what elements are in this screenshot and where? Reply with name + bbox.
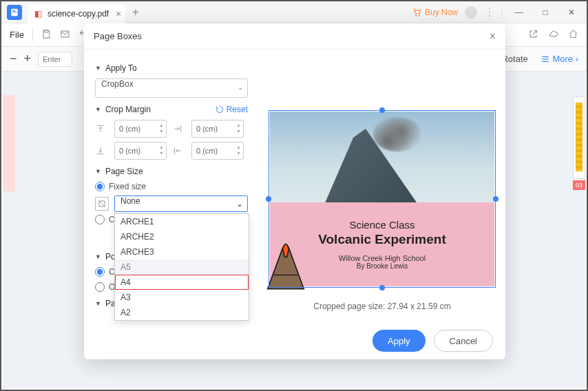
page-input[interactable] xyxy=(38,52,72,67)
fixed-size-select[interactable]: None⌄ xyxy=(114,196,248,212)
svg-rect-2 xyxy=(12,11,17,12)
page-boxes-dialog: Page Boxes × ▼Apply To CropBox⌄ ▼ Crop M… xyxy=(84,23,505,359)
mail-icon[interactable] xyxy=(60,29,70,41)
fixed-size-radio[interactable]: Fixed size xyxy=(95,182,248,191)
cropped-size-info: Cropped page size: 27.94 x 21.59 cm xyxy=(269,302,496,311)
page-size-label: Page Size xyxy=(105,167,143,176)
reset-button[interactable]: Reset xyxy=(216,105,248,114)
file-menu[interactable]: File xyxy=(10,30,24,40)
cancel-button[interactable]: Cancel xyxy=(434,330,493,352)
apply-to-select[interactable]: CropBox⌄ xyxy=(95,78,248,98)
more-button[interactable]: More › xyxy=(540,54,578,65)
dialog-close-button[interactable]: × xyxy=(490,30,496,43)
close-button[interactable]: ✕ xyxy=(562,3,581,22)
margin-left-icon xyxy=(172,145,183,156)
margin-top-icon xyxy=(95,123,106,134)
menu-dots-icon[interactable]: ⋮ xyxy=(484,6,495,19)
dropdown-option[interactable]: A3 xyxy=(115,290,249,305)
dropdown-option[interactable]: ARCHE2 xyxy=(115,229,249,244)
dropdown-option[interactable]: A2 xyxy=(115,305,249,320)
minimize-button[interactable]: — xyxy=(510,3,529,22)
maximize-button[interactable]: □ xyxy=(536,3,555,22)
save-icon[interactable] xyxy=(41,29,52,41)
dropdown-option[interactable]: A1 xyxy=(115,320,249,321)
preview-panel: Science Class Volcanic Experiment Willow… xyxy=(259,50,505,322)
margin-right-input[interactable]: 0 (cm)▲▼ xyxy=(191,120,244,138)
pdf-icon: ◧ xyxy=(34,9,42,19)
app-logo xyxy=(7,5,22,20)
svg-line-17 xyxy=(99,201,105,207)
external-icon[interactable] xyxy=(528,29,538,41)
dialog-title: Page Boxes xyxy=(94,31,142,41)
margin-left-input[interactable]: 0 (cm)▲▼ xyxy=(191,142,244,160)
dropdown-option[interactable]: ARCHE1 xyxy=(115,214,249,229)
margin-top-input[interactable]: 0 (cm)▲▼ xyxy=(114,120,167,138)
tab-label: science-copy.pdf xyxy=(48,9,109,19)
apply-button[interactable]: Apply xyxy=(372,330,426,352)
cloud-icon[interactable] xyxy=(548,29,558,41)
svg-point-3 xyxy=(416,15,417,16)
settings-panel: ▼Apply To CropBox⌄ ▼ Crop Margin Reset 0… xyxy=(84,50,259,322)
margin-right-icon xyxy=(172,123,183,134)
crop-handle-bottom[interactable] xyxy=(379,285,385,290)
page-peek-right xyxy=(573,96,585,179)
apply-to-label: Apply To xyxy=(105,63,137,73)
new-tab-button[interactable]: + xyxy=(132,6,138,19)
home-icon[interactable] xyxy=(568,29,578,41)
margin-bottom-input[interactable]: 0 (cm)▲▼ xyxy=(114,142,167,160)
zoom-out-button[interactable]: − xyxy=(10,52,17,66)
svg-rect-5 xyxy=(45,30,48,32)
page-number-badge: 03 xyxy=(573,180,585,190)
crop-handle-left[interactable] xyxy=(266,196,271,202)
preview-box[interactable]: Science Class Volcanic Experiment Willow… xyxy=(269,110,496,288)
document-tab[interactable]: ◧ science-copy.pdf × xyxy=(28,4,125,23)
dropdown-option[interactable]: A5 xyxy=(115,260,249,275)
crop-handle-top[interactable] xyxy=(379,107,385,113)
page-orient-icon[interactable] xyxy=(95,197,109,211)
svg-point-4 xyxy=(419,15,419,16)
dropdown-option[interactable]: ARCHE3 xyxy=(115,244,249,260)
dropdown-option-highlighted[interactable]: A4 xyxy=(115,275,249,290)
zoom-in-button[interactable]: + xyxy=(24,52,32,66)
page-peek-left xyxy=(3,95,15,191)
fixed-size-dropdown: ARCHE1 ARCHE2 ARCHE3 A5 A4 A3 A2 A1 xyxy=(114,213,249,321)
svg-rect-1 xyxy=(12,10,15,10)
user-avatar[interactable] xyxy=(465,6,477,19)
title-bar: ◧ science-copy.pdf × + Buy Now ⋮ — □ ✕ xyxy=(1,1,587,23)
margin-bottom-icon xyxy=(95,145,106,156)
buy-now-link[interactable]: Buy Now xyxy=(412,8,458,17)
crop-margin-label: Crop Margin xyxy=(105,105,151,114)
tab-close-icon[interactable]: × xyxy=(116,8,121,19)
crop-handle-right[interactable] xyxy=(493,196,498,202)
